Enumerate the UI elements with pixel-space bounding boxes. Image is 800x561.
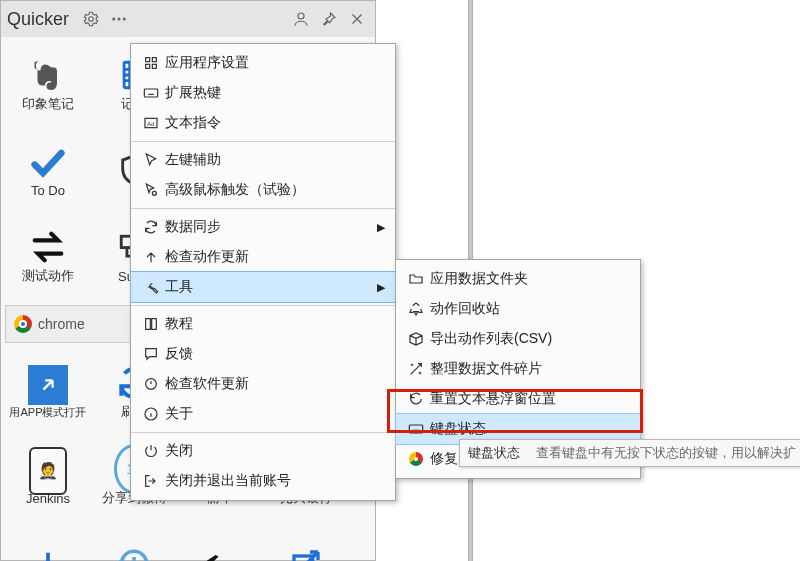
menu-item-label: 关闭并退出当前账号 [165,472,371,490]
submenu-item-0[interactable]: 应用数据文件夹 [396,264,640,294]
tile-label: To Do [31,183,65,198]
menu-item-label: 反馈 [165,345,371,363]
svg-rect-20 [409,425,422,433]
menu-item-cursor-cog[interactable]: 高级鼠标触发（试验） [131,175,395,205]
svg-rect-11 [152,58,156,62]
grid-icon [137,55,165,71]
tile-test-action[interactable]: 测试动作 [5,213,91,299]
external-icon [286,544,326,561]
tile-label: 用APP模式打开 [9,405,86,420]
folder-icon [402,271,430,287]
submenu-arrow-icon: ▶ [371,221,385,234]
menu-item-label: 关闭 [165,442,371,460]
main-context-menu: 应用程序设置扩展热键Ad文本指令左键辅助高级鼠标触发（试验）数据同步▶检查动作更… [130,43,396,501]
chrome-icon [14,315,32,333]
menu-item-label: 高级鼠标触发（试验） [165,181,371,199]
submenu-arrow-icon: ▶ [371,281,385,294]
svg-point-0 [89,17,94,22]
menu-item-label: 重置文本悬浮窗位置 [430,390,630,408]
tile-label: chrome [38,316,85,332]
app-title: Quicker [7,9,69,30]
submenu-item-4[interactable]: 重置文本悬浮窗位置 [396,384,640,414]
menu-item-label: 文本指令 [165,114,371,132]
svg-point-17 [152,191,156,195]
svg-rect-10 [146,58,150,62]
close-button[interactable] [345,7,369,31]
submenu-item-1[interactable]: 动作回收站 [396,294,640,324]
menu-separator [131,141,395,142]
menu-item-label: 工具 [165,278,371,296]
menu-item-label: 数据同步 [165,218,371,236]
menu-item-grid[interactable]: 应用程序设置 [131,48,395,78]
menu-item-sync[interactable]: 数据同步▶ [131,212,395,242]
chrome-icon [402,452,430,466]
menu-item-label: 检查动作更新 [165,248,371,266]
menu-item-label: 整理数据文件碎片 [430,360,630,378]
svg-rect-14 [144,89,157,97]
info-icon [137,406,165,422]
menu-item-label: 导出动作列表(CSV) [430,330,630,348]
tile-label: 测试动作 [22,267,74,285]
menu-item-book[interactable]: 教程 [131,309,395,339]
svg-point-4 [298,13,304,19]
pin-button[interactable] [317,7,341,31]
tile-todo[interactable]: To Do [5,127,91,213]
menu-item-label: 应用数据文件夹 [430,270,630,288]
box-icon [402,331,430,347]
tile-bottom3[interactable] [177,521,263,561]
tile-bottom4[interactable] [263,521,349,561]
user-button[interactable] [289,7,313,31]
exit-icon [137,473,165,489]
menu-item-chat[interactable]: 反馈 [131,339,395,369]
tooltip-desc: 查看键盘中有无按下状态的按键，用以解决扩 [536,445,796,460]
menu-item-label: 键盘状态 [430,420,630,438]
svg-rect-13 [152,64,156,68]
menu-item-label: 动作回收站 [430,300,630,318]
tile-evernote[interactable]: 印象笔记 [5,41,91,127]
tooltip: 键盘状态 查看键盘中有无按下状态的按键，用以解决扩 [459,439,800,467]
download-icon [28,544,68,561]
menu-item-exit[interactable]: 关闭并退出当前账号 [131,466,395,496]
update-icon [137,376,165,392]
keyboard-icon [137,85,165,101]
menu-item-update[interactable]: 检查软件更新 [131,369,395,399]
tile-bottom2[interactable] [91,521,177,561]
menu-item-label: 教程 [165,315,371,333]
menu-item-up-arrow[interactable]: 检查动作更新 [131,242,395,272]
svg-rect-12 [146,64,150,68]
submenu-item-3[interactable]: 整理数据文件碎片 [396,354,640,384]
tile-jenkins[interactable]: 🤵 Jenkins [5,435,91,521]
power-icon [137,443,165,459]
menu-separator [131,208,395,209]
settings-button[interactable] [79,7,103,31]
submenu-item-2[interactable]: 导出动作列表(CSV) [396,324,640,354]
svg-point-3 [123,18,126,21]
menu-separator [131,305,395,306]
svg-point-2 [118,18,121,21]
menu-item-label: 关于 [165,405,371,423]
menu-item-power[interactable]: 关闭 [131,436,395,466]
menu-item-info[interactable]: 关于 [131,399,395,429]
check-icon [28,143,68,183]
menu-separator [131,432,395,433]
swap-icon [28,227,68,267]
chat-icon [137,346,165,362]
menu-item-label: 应用程序设置 [165,54,371,72]
tile-open-app[interactable]: 用APP模式打开 [5,349,91,435]
menu-item-keyboard[interactable]: 扩展热键 [131,78,395,108]
keyboard-icon [402,421,430,437]
cursor-cog-icon [137,182,165,198]
titlebar: Quicker [1,1,375,37]
menu-item-cursor[interactable]: 左键辅助 [131,145,395,175]
magic-icon [402,361,430,377]
wrench-icon [137,279,165,295]
open-app-icon [28,365,68,405]
svg-point-1 [112,18,115,21]
up-arrow-icon [137,249,165,265]
menu-item-ad[interactable]: Ad文本指令 [131,108,395,138]
menu-item-wrench[interactable]: 工具▶ [131,272,395,302]
tile-bottom1[interactable] [5,521,91,561]
menu-item-label: 左键辅助 [165,151,371,169]
sync-icon [137,219,165,235]
more-button[interactable] [107,7,131,31]
